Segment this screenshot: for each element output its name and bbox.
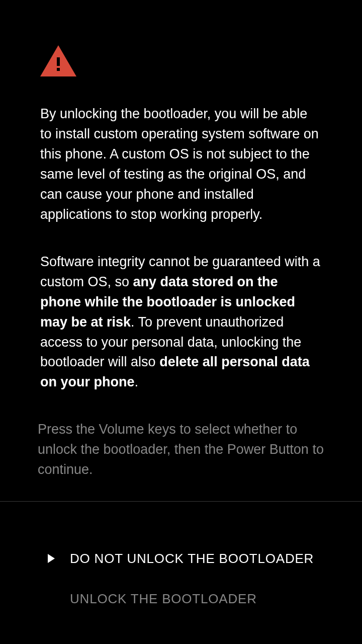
svg-rect-1: [57, 57, 60, 66]
warning-paragraph-1: By unlocking the bootloader, you will be…: [40, 104, 322, 225]
section-divider: [0, 501, 362, 502]
svg-marker-3: [48, 554, 55, 563]
svg-rect-2: [57, 68, 60, 71]
warning-paragraph-2: Software integrity cannot be guaranteed …: [40, 252, 322, 393]
option-do-not-unlock[interactable]: DO NOT UNLOCK THE BOOTLOADER: [0, 538, 362, 579]
instruction-text: Press the Volume keys to select whether …: [38, 420, 324, 480]
option-do-not-unlock-label: DO NOT UNLOCK THE BOOTLOADER: [70, 551, 314, 567]
option-unlock[interactable]: UNLOCK THE BOOTLOADER: [0, 579, 362, 619]
option-unlock-label: UNLOCK THE BOOTLOADER: [70, 591, 257, 607]
options-list: DO NOT UNLOCK THE BOOTLOADER UNLOCK THE …: [0, 538, 362, 619]
selection-marker-icon: [48, 554, 70, 563]
warning-triangle-icon: [40, 45, 322, 76]
